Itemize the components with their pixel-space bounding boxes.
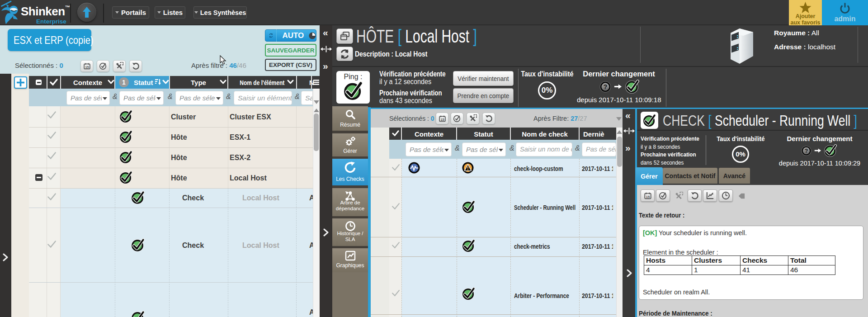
svg-text:15: 15 [440,117,444,121]
svg-text:15: 15 [85,65,89,69]
svg-text:15: 15 [646,194,650,199]
